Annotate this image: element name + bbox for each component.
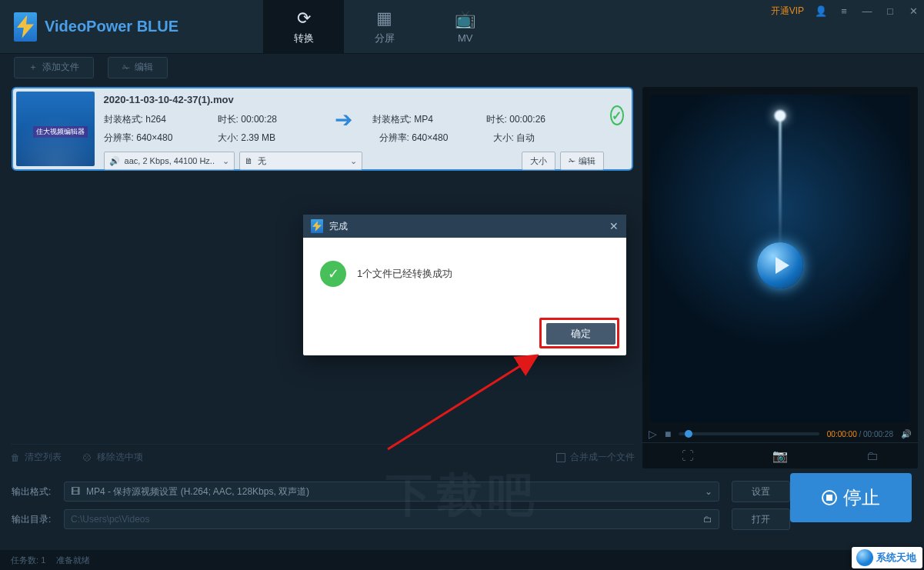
dialog-title: 完成 — [329, 220, 348, 233]
maximize-button[interactable]: □ — [884, 5, 896, 17]
snapshot-icon[interactable]: 📷 — [772, 448, 788, 463]
merge-checkbox[interactable]: 合并成一个文件 — [556, 451, 635, 464]
clear-list-label: 清空列表 — [25, 451, 62, 464]
output-dir-field[interactable]: C:\Users\pc\Videos 🗀 — [64, 509, 719, 529]
output-format-label: 输出格式: — [12, 485, 58, 498]
stop-icon — [822, 490, 837, 505]
playback-controls: ▷ ■ 00:00:00 / 00:00:28 🔊 — [649, 425, 912, 442]
close-button[interactable]: ✕ — [907, 5, 919, 17]
trash-icon: 🗑 — [11, 452, 20, 463]
list-actions-bar: 🗑 清空列表 ⛒ 移除选中项 合并成一个文件 — [11, 444, 635, 470]
output-settings: 输出格式: 🎞 MP4 - 保持源视频设置 (H.264; AAC, 128Kb… — [0, 472, 924, 533]
settings-button[interactable]: 设置 — [732, 481, 790, 502]
stop-label: 停止 — [843, 485, 880, 510]
video-thumbnail[interactable]: 佳大视频编辑器 — [16, 92, 95, 166]
grid-icon: ▦ — [376, 8, 392, 28]
task-count: 任务数: 1 — [11, 555, 45, 566]
file-name: 2020-11-03-10-42-37(1).mov — [101, 92, 604, 110]
volume-icon[interactable]: 🔊 — [901, 429, 912, 439]
main-tabs: ⟳ 转换 ▦ 分屏 📺 MV — [263, 0, 505, 53]
subtitle-icon: 🗎 — [245, 156, 253, 165]
arrow-right-icon: ➔ — [335, 107, 352, 132]
minimize-button[interactable]: — — [861, 5, 873, 17]
browse-icon[interactable]: 🗀 — [703, 514, 712, 525]
dialog-close-button[interactable]: ✕ — [609, 220, 619, 232]
preview-tools: ⛶ 📷 🗀 — [642, 442, 918, 468]
src-resolution: 分辨率: 640×480 — [101, 132, 215, 145]
item-edit-label: 编辑 — [579, 155, 595, 167]
vip-link[interactable]: 开通VIP — [771, 5, 804, 18]
crop-icon[interactable]: ⛶ — [682, 449, 694, 463]
dst-format: 封装格式: MP4 — [369, 113, 483, 126]
window-controls: 开通VIP 👤 ≡ — □ ✕ — [771, 5, 919, 18]
file-card[interactable]: 佳大视频编辑器 2020-11-03-10-42-37(1).mov 封装格式:… — [12, 87, 633, 171]
dialog-logo-icon — [311, 219, 323, 233]
scissors-icon: ✁ — [569, 156, 575, 166]
user-icon[interactable]: 👤 — [815, 5, 827, 17]
add-file-label: 添加文件 — [42, 61, 79, 74]
output-dir-value: C:\Users\pc\Videos — [71, 514, 150, 525]
preview-image[interactable] — [650, 95, 910, 422]
dst-size: 大小: 自动 — [490, 132, 604, 145]
success-icon: ✓ — [320, 261, 346, 287]
output-dir-label: 输出目录: — [12, 513, 58, 526]
chevron-down-icon: ⌄ — [350, 156, 357, 166]
merge-label: 合并成一个文件 — [570, 451, 635, 464]
tab-mv[interactable]: 📺 MV — [425, 0, 505, 53]
success-check-icon: ✓ — [610, 105, 624, 125]
tv-icon: 📺 — [455, 9, 475, 29]
src-format: 封装格式: h264 — [101, 113, 215, 126]
remove-selected-button[interactable]: ⛒ 移除选中项 — [83, 451, 143, 464]
app-logo-icon — [14, 12, 37, 42]
play-orb-icon — [757, 242, 803, 288]
preview-pane: ▷ ■ 00:00:00 / 00:00:28 🔊 ⛶ 📷 🗀 — [642, 87, 918, 468]
edit-label: 编辑 — [135, 61, 153, 74]
checkbox-icon — [556, 453, 565, 462]
remove-selected-label: 移除选中项 — [97, 451, 143, 464]
size-button[interactable]: 大小 — [522, 152, 555, 170]
dialog-body: ✓ 1个文件已经转换成功 — [303, 238, 626, 310]
dialog-titlebar[interactable]: 完成 ✕ — [303, 215, 626, 238]
audio-track-combo[interactable]: 🔊 aac, 2 Kbps, 44100 Hz.. ⌄ — [104, 152, 235, 170]
video-icon: 🎞 — [71, 486, 80, 497]
progress-bar[interactable] — [679, 432, 819, 435]
status-bar: 任务数: 1 准备就绪 转换完 — [0, 550, 924, 570]
item-edit-button[interactable]: ✁ 编辑 — [560, 152, 604, 170]
file-info: 2020-11-03-10-42-37(1).mov 封装格式: h264 时长… — [101, 92, 604, 166]
tab-mv-label: MV — [458, 32, 473, 44]
globe-icon — [856, 549, 873, 566]
refresh-icon: ⟳ — [297, 8, 311, 28]
edit-button[interactable]: ✁ 编辑 — [108, 57, 168, 78]
dst-resolution: 分辨率: 640×480 — [376, 132, 490, 145]
status-text: 准备就绪 — [56, 555, 90, 566]
footer-brand-badge[interactable]: 系统天地 — [852, 547, 922, 568]
scissors-icon: ✁ — [122, 62, 130, 73]
play-button[interactable]: ▷ — [649, 428, 657, 440]
stop-playback-button[interactable]: ■ — [665, 428, 671, 440]
stop-convert-button[interactable]: 停止 — [790, 473, 912, 522]
output-format-value: MP4 - 保持源视频设置 (H.264; AAC, 128Kbps, 双声道) — [86, 485, 309, 498]
output-format-combo[interactable]: 🎞 MP4 - 保持源视频设置 (H.264; AAC, 128Kbps, 双声… — [64, 482, 719, 502]
thumbnail-watermark: 佳大视频编辑器 — [33, 126, 88, 138]
dialog-message: 1个文件已经转换成功 — [357, 267, 452, 281]
remove-icon: ⛒ — [83, 452, 92, 463]
time-display: 00:00:00 / 00:00:28 — [827, 430, 893, 438]
tab-split-label: 分屏 — [375, 32, 395, 45]
beam-decoration — [779, 115, 782, 255]
clear-list-button[interactable]: 🗑 清空列表 — [11, 451, 62, 464]
folder-icon[interactable]: 🗀 — [866, 449, 879, 463]
tab-convert[interactable]: ⟳ 转换 — [263, 0, 344, 53]
src-duration: 时长: 00:00:28 — [215, 113, 329, 126]
src-size: 大小: 2.39 MB — [215, 132, 329, 145]
open-button[interactable]: 打开 — [732, 508, 790, 530]
dialog-ok-button[interactable]: 确定 — [546, 323, 615, 345]
title-bar: VideoPower BLUE ⟳ 转换 ▦ 分屏 📺 MV 开通VIP 👤 ≡… — [0, 0, 924, 54]
add-file-button[interactable]: ＋ 添加文件 — [14, 57, 94, 78]
tab-split[interactable]: ▦ 分屏 — [344, 0, 425, 53]
progress-thumb[interactable] — [685, 430, 692, 438]
menu-icon[interactable]: ≡ — [838, 5, 850, 17]
subtitle-combo[interactable]: 🗎 无 ⌄ — [239, 152, 362, 170]
dst-duration: 时长: 00:00:26 — [483, 113, 597, 126]
completion-dialog: 完成 ✕ ✓ 1个文件已经转换成功 确定 — [303, 215, 626, 355]
chevron-down-icon: ⌄ — [705, 486, 712, 497]
